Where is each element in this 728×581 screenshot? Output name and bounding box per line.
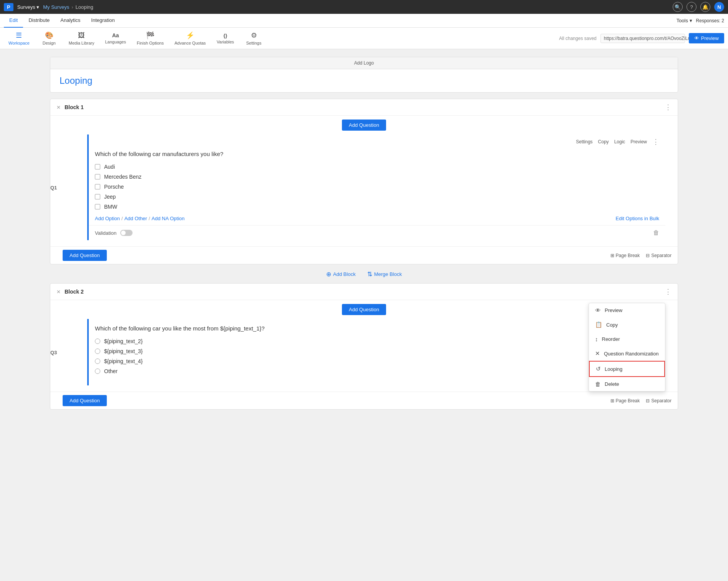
q1-checkbox-2[interactable] bbox=[95, 174, 100, 179]
q3-wrapper: Q3 Which of the following car you like t… bbox=[81, 319, 672, 385]
surveys-menu[interactable]: Surveys ▾ bbox=[17, 4, 40, 10]
survey-header-card: Add Logo Looping bbox=[50, 57, 678, 93]
merge-block-btn[interactable]: ⇅ Merge Block bbox=[367, 271, 402, 278]
q1-checkbox-4[interactable] bbox=[95, 194, 100, 199]
q1-option-label-5: BMW bbox=[104, 204, 117, 210]
tools-menu[interactable]: Tools ▾ bbox=[677, 18, 692, 23]
q3-radio-3[interactable] bbox=[95, 359, 100, 364]
toolbar: ☰ Workspace 🎨 Design 🖼 Media Library Aa … bbox=[0, 28, 728, 49]
menu-item-reorder[interactable]: ↕ Reorder bbox=[589, 332, 665, 346]
q1-settings-btn[interactable]: Settings bbox=[576, 139, 592, 144]
q3-radio-2[interactable] bbox=[95, 349, 100, 354]
q1-option-label-4: Jeep bbox=[104, 194, 116, 200]
edit-bulk-btn[interactable]: Edit Options in Bulk bbox=[616, 216, 659, 221]
separator-icon: ⊟ bbox=[646, 253, 650, 258]
tab-integration[interactable]: Integration bbox=[86, 14, 120, 28]
toolbar-media-library[interactable]: 🖼 Media Library bbox=[64, 29, 99, 48]
q1-number: Q1 bbox=[50, 184, 57, 190]
q3-option-label-1: ${piping_text_2} bbox=[104, 338, 143, 344]
add-block-btn[interactable]: ⊕ Add Block bbox=[326, 271, 356, 278]
menu-item-randomization[interactable]: ✕ Question Randomization bbox=[589, 346, 665, 361]
q1-more-icon[interactable]: ⋮ bbox=[652, 138, 659, 146]
menu-item-delete[interactable]: 🗑 Delete bbox=[589, 377, 665, 391]
add-question-btn-block1-bottom[interactable]: Add Question bbox=[63, 250, 107, 261]
toolbar-settings[interactable]: ⚙ Settings bbox=[240, 29, 267, 48]
add-question-btn-block2-bottom[interactable]: Add Question bbox=[63, 395, 107, 406]
tab-distribute[interactable]: Distribute bbox=[23, 14, 55, 28]
second-nav: Edit Distribute Analytics Integration To… bbox=[0, 14, 728, 28]
reorder-menu-icon: ↕ bbox=[595, 336, 598, 342]
toolbar-languages[interactable]: Aa Languages bbox=[100, 30, 130, 46]
design-icon: 🎨 bbox=[45, 31, 53, 40]
media-icon: 🖼 bbox=[78, 32, 85, 40]
languages-icon: Aa bbox=[112, 32, 119, 38]
breadcrumb: My Surveys › Looping bbox=[43, 4, 93, 10]
q1-preview-btn[interactable]: Preview bbox=[630, 139, 647, 144]
tab-analytics[interactable]: Analytics bbox=[55, 14, 86, 28]
q3-option-1: ${piping_text_2} bbox=[89, 336, 665, 346]
user-avatar[interactable]: N bbox=[714, 2, 724, 12]
looping-menu-icon: ↺ bbox=[596, 365, 601, 372]
q1-add-options-row: Add Option / Add Other / Add NA Option E… bbox=[89, 212, 665, 225]
survey-url[interactable]: https://batra.questionpro.com/t/AOvooZiL… bbox=[600, 34, 685, 43]
preview-menu-icon: 👁 bbox=[595, 307, 601, 314]
q1-checkbox-5[interactable] bbox=[95, 204, 100, 209]
toolbar-advance-quotas[interactable]: ⚡ Advance Quotas bbox=[170, 29, 210, 48]
q1-checkbox-3[interactable] bbox=[95, 184, 100, 189]
bell-icon[interactable]: 🔔 bbox=[700, 2, 710, 12]
validation-toggle[interactable] bbox=[120, 230, 133, 236]
q1-logic-btn[interactable]: Logic bbox=[614, 139, 625, 144]
merge-block-icon: ⇅ bbox=[367, 271, 372, 278]
block-2-menu-icon[interactable]: ⋮ 👁 Preview bbox=[665, 287, 672, 296]
page-break-btn-2[interactable]: ⊞ Page Break bbox=[610, 398, 640, 403]
separator-btn-2[interactable]: ⊟ Separator bbox=[646, 398, 672, 403]
q3-option-4: Other bbox=[89, 366, 665, 376]
app-logo[interactable]: P bbox=[4, 3, 13, 11]
block-2-title: Block 2 bbox=[65, 289, 84, 295]
q1-delete-icon[interactable]: 🗑 bbox=[653, 229, 659, 236]
add-question-btn-block1-top[interactable]: Add Question bbox=[342, 120, 386, 131]
add-logo-bar[interactable]: Add Logo bbox=[50, 57, 678, 69]
breadcrumb-my-surveys[interactable]: My Surveys bbox=[43, 4, 69, 10]
menu-item-copy[interactable]: 📋 Copy bbox=[589, 317, 665, 332]
main-content: Add Logo Looping ✕ Block 1 ⋮ Add Questio… bbox=[0, 49, 728, 581]
search-icon[interactable]: 🔍 bbox=[673, 2, 683, 12]
variables-label: Variables bbox=[217, 40, 234, 44]
breadcrumb-current: Looping bbox=[76, 4, 93, 10]
separator-btn-1[interactable]: ⊟ Separator bbox=[646, 253, 672, 258]
tab-edit[interactable]: Edit bbox=[4, 14, 23, 28]
q1-checkbox-1[interactable] bbox=[95, 164, 100, 169]
add-question-btn-block2-top[interactable]: Add Question bbox=[342, 304, 386, 315]
block-1-title: Block 1 bbox=[65, 104, 84, 110]
finish-icon: 🏁 bbox=[146, 31, 154, 40]
block-2-collapse-icon[interactable]: ✕ bbox=[56, 289, 61, 295]
block-2-context-menu: 👁 Preview 📋 Copy ↕ Reorder ✕ Question Ra… bbox=[589, 303, 665, 392]
quotas-label: Advance Quotas bbox=[174, 41, 206, 45]
q3-option-label-2: ${piping_text_3} bbox=[104, 348, 143, 354]
toolbar-design[interactable]: 🎨 Design bbox=[36, 29, 63, 48]
q3-radio-1[interactable] bbox=[95, 339, 100, 344]
randomization-menu-icon: ✕ bbox=[595, 350, 600, 357]
toolbar-finish-options[interactable]: 🏁 Finish Options bbox=[132, 29, 168, 48]
help-icon[interactable]: ? bbox=[687, 2, 696, 12]
toolbar-workspace[interactable]: ☰ Workspace bbox=[4, 29, 34, 48]
add-other-link[interactable]: Add Other bbox=[124, 216, 147, 221]
toolbar-variables[interactable]: {} Variables bbox=[212, 30, 239, 46]
menu-item-preview[interactable]: 👁 Preview bbox=[589, 303, 665, 317]
block-1-collapse-icon[interactable]: ✕ bbox=[56, 105, 61, 110]
q1-option-1: Audi bbox=[89, 162, 665, 172]
page-break-btn-1[interactable]: ⊞ Page Break bbox=[610, 253, 640, 258]
block-1-menu-icon[interactable]: ⋮ bbox=[665, 103, 672, 111]
q3-radio-4[interactable] bbox=[95, 369, 100, 374]
q3-container: Which of the following car you like the … bbox=[87, 319, 665, 385]
q1-copy-btn[interactable]: Copy bbox=[598, 139, 609, 144]
saved-text: All changes saved bbox=[559, 36, 596, 41]
block-1-bottom-bar: Add Question ⊞ Page Break ⊟ Separator bbox=[50, 246, 678, 264]
variables-icon: {} bbox=[224, 33, 227, 38]
menu-item-looping[interactable]: ↺ Looping bbox=[589, 361, 665, 377]
add-na-link[interactable]: Add NA Option bbox=[152, 216, 185, 221]
workspace-label: Workspace bbox=[8, 41, 30, 45]
settings-icon: ⚙ bbox=[251, 31, 257, 40]
preview-button[interactable]: 👁 Preview bbox=[689, 33, 724, 43]
add-option-link[interactable]: Add Option bbox=[95, 216, 120, 221]
